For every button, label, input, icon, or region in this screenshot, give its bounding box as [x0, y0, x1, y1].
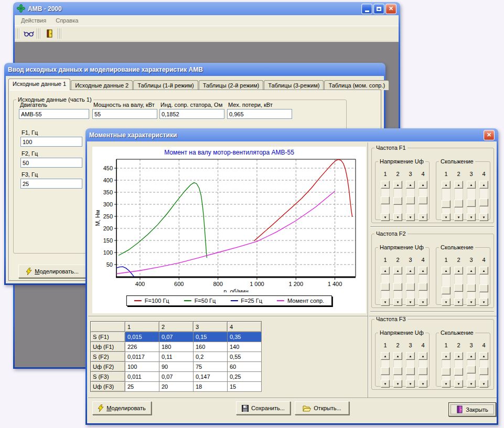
scroll-down-button[interactable]: ▼: [381, 380, 390, 388]
tab-2[interactable]: Таблицы (1-й режим): [133, 80, 198, 90]
scroll-thumb[interactable]: [467, 284, 476, 292]
slip-scrollbar-2[interactable]: ▲ ▼: [467, 352, 476, 388]
scroll-track[interactable]: [442, 189, 451, 213]
slip-scrollbar-3[interactable]: ▲ ▼: [479, 267, 488, 306]
slip-scrollbar-2[interactable]: ▲ ▼: [467, 267, 476, 306]
tab-5[interactable]: Таблица (мом. сопр.): [324, 80, 389, 90]
table-cell[interactable]: 226: [125, 342, 159, 352]
voltage-scrollbar-2[interactable]: ▲ ▼: [406, 181, 415, 221]
slip-scrollbar-2[interactable]: ▲ ▼: [467, 181, 476, 221]
scroll-down-button[interactable]: ▼: [454, 380, 463, 388]
voltage-scrollbar-3[interactable]: ▲ ▼: [419, 352, 427, 388]
scroll-down-button[interactable]: ▼: [479, 380, 488, 388]
close-button[interactable]: ✕: [385, 4, 396, 14]
scroll-up-button[interactable]: ▲: [479, 267, 488, 275]
scroll-up-button[interactable]: ▲: [419, 181, 427, 189]
slip-scrollbar-1[interactable]: ▲ ▼: [454, 181, 463, 221]
voltage-scrollbar-1[interactable]: ▲ ▼: [393, 352, 402, 388]
scroll-thumb[interactable]: [406, 196, 415, 204]
scroll-up-button[interactable]: ▲: [419, 267, 427, 275]
scroll-up-button[interactable]: ▲: [442, 267, 451, 275]
scroll-down-button[interactable]: ▼: [442, 298, 451, 306]
tab-1[interactable]: Исходные данные 2: [71, 80, 133, 90]
input-dialog-titlebar[interactable]: Ввод исходных данных и моделирование хар…: [6, 63, 384, 76]
scroll-thumb[interactable]: [381, 367, 390, 375]
scroll-track[interactable]: [467, 360, 476, 380]
scroll-thumb[interactable]: [479, 284, 488, 292]
scroll-down-button[interactable]: ▼: [419, 213, 427, 221]
scroll-thumb[interactable]: [467, 366, 476, 374]
exit-door-icon[interactable]: [43, 27, 56, 40]
voltage-scrollbar-3[interactable]: ▲ ▼: [419, 181, 427, 221]
scroll-track[interactable]: [406, 360, 415, 380]
scroll-track[interactable]: [467, 275, 476, 298]
scroll-down-button[interactable]: ▼: [454, 298, 463, 306]
scroll-thumb[interactable]: [454, 368, 463, 376]
dialog-close-icon[interactable]: ✕: [484, 130, 495, 140]
scroll-down-button[interactable]: ▼: [393, 213, 402, 221]
table-cell[interactable]: 0,2: [194, 352, 228, 362]
table-cell[interactable]: 0,0117: [125, 352, 159, 362]
scroll-track[interactable]: [467, 189, 476, 213]
scroll-up-button[interactable]: ▲: [393, 267, 402, 275]
scroll-thumb[interactable]: [393, 197, 402, 205]
scroll-up-button[interactable]: ▲: [406, 352, 415, 360]
scroll-thumb[interactable]: [419, 283, 427, 291]
scroll-track[interactable]: [442, 275, 451, 298]
freq-input-0[interactable]: [20, 137, 82, 147]
slip-scrollbar-1[interactable]: ▲ ▼: [454, 267, 463, 306]
freq-input-2[interactable]: [20, 179, 82, 189]
freq-input-1[interactable]: [20, 158, 82, 168]
scroll-up-button[interactable]: ▲: [381, 267, 390, 275]
scroll-track[interactable]: [381, 189, 390, 213]
tab-4[interactable]: Таблицы (3-режим): [264, 80, 324, 90]
voltage-scrollbar-1[interactable]: ▲ ▼: [393, 267, 402, 306]
scroll-track[interactable]: [393, 360, 402, 380]
scroll-track[interactable]: [406, 275, 415, 298]
scroll-thumb[interactable]: [442, 287, 451, 294]
field-input-2[interactable]: [159, 109, 224, 119]
scroll-down-button[interactable]: ▼: [406, 298, 415, 306]
table-cell[interactable]: 0,07: [159, 372, 194, 382]
scroll-track[interactable]: [381, 275, 390, 298]
tab-0[interactable]: Исходные данные 1: [8, 79, 70, 90]
scroll-thumb[interactable]: [393, 367, 402, 375]
scroll-up-button[interactable]: ▲: [406, 267, 415, 275]
scroll-down-button[interactable]: ▼: [467, 213, 476, 221]
voltage-scrollbar-0[interactable]: ▲ ▼: [381, 267, 390, 306]
scroll-thumb[interactable]: [381, 283, 390, 291]
scroll-thumb[interactable]: [393, 283, 402, 291]
scroll-up-button[interactable]: ▲: [381, 352, 390, 360]
scroll-thumb[interactable]: [467, 199, 476, 207]
scroll-track[interactable]: [454, 189, 463, 213]
voltage-scrollbar-1[interactable]: ▲ ▼: [393, 181, 402, 221]
scroll-down-button[interactable]: ▼: [393, 298, 402, 306]
table-cell[interactable]: 18: [194, 382, 228, 392]
table-cell[interactable]: 0,015: [125, 332, 159, 342]
close-dialog-button[interactable]: Закрыть: [448, 402, 496, 416]
scroll-track[interactable]: [442, 360, 451, 380]
table-cell[interactable]: 0,011: [125, 372, 159, 382]
scroll-track[interactable]: [419, 189, 427, 213]
scroll-thumb[interactable]: [454, 200, 463, 207]
scroll-up-button[interactable]: ▲: [419, 352, 427, 360]
scroll-track[interactable]: [479, 275, 488, 298]
minimize-button[interactable]: [361, 4, 372, 14]
scroll-thumb[interactable]: [442, 200, 451, 208]
scroll-track[interactable]: [419, 360, 427, 380]
vertical-splitter[interactable]: [368, 142, 369, 398]
slip-scrollbar-0[interactable]: ▲ ▼: [442, 352, 451, 388]
open-button[interactable]: Открыть...: [295, 401, 349, 415]
scroll-track[interactable]: [479, 360, 488, 380]
scroll-up-button[interactable]: ▲: [467, 267, 476, 275]
slip-scrollbar-0[interactable]: ▲ ▼: [442, 267, 451, 306]
table-cell[interactable]: 25: [125, 382, 159, 392]
scroll-down-button[interactable]: ▼: [419, 298, 427, 306]
scroll-up-button[interactable]: ▲: [467, 181, 476, 189]
tab-3[interactable]: Таблицы (2-й режим): [199, 80, 263, 90]
table-cell[interactable]: 0,25: [228, 372, 262, 382]
voltage-scrollbar-3[interactable]: ▲ ▼: [419, 267, 427, 306]
scroll-thumb[interactable]: [454, 284, 463, 292]
slip-scrollbar-3[interactable]: ▲ ▼: [479, 352, 488, 388]
scroll-up-button[interactable]: ▲: [479, 352, 488, 360]
